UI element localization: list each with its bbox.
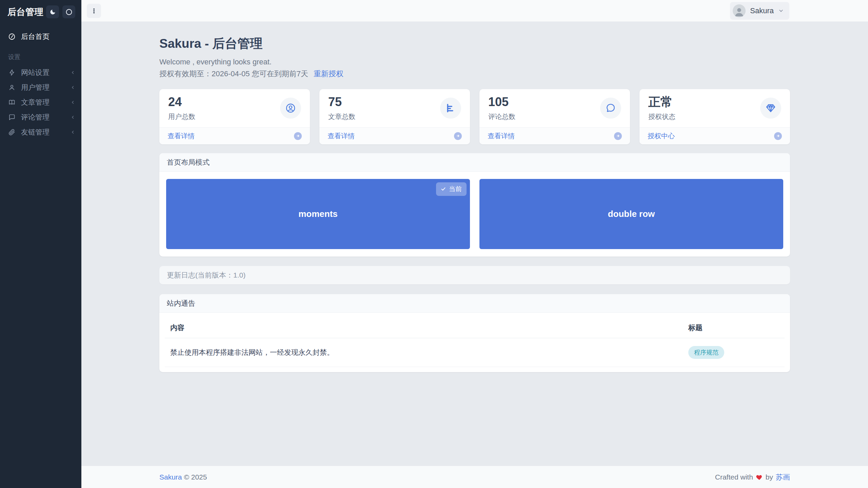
arrow-right-circle-icon[interactable] <box>774 132 782 140</box>
layout-option-label: moments <box>298 209 338 219</box>
notice-tag-badge: 程序规范 <box>688 346 724 359</box>
stat-body: 24 用户总数 <box>159 89 310 127</box>
stat-card-articles: 75 文章总数 查看详情 <box>319 89 470 144</box>
chevron-left-icon <box>71 130 75 135</box>
main-column: Sakura Sakura - 后台管理 Welcome , everythin… <box>81 0 868 488</box>
license-text: 授权有效期至：2026-04-05 您可在到期前7天 <box>159 69 308 78</box>
dashboard-compass-icon <box>8 33 16 40</box>
stat-label: 用户总数 <box>168 112 195 121</box>
layout-mode-body: 当前 moments double row <box>159 172 790 257</box>
chevron-left-icon <box>71 100 75 105</box>
notice-title-cell: 程序规范 <box>683 338 785 367</box>
column-header-content: 内容 <box>165 315 683 338</box>
notice-title: 站内通告 <box>159 294 790 313</box>
welcome-text: Welcome , everything looks great. <box>159 58 790 66</box>
layout-option-label: double row <box>608 209 655 219</box>
app-title: 后台管理 <box>7 6 43 18</box>
stat-value: 75 <box>328 95 355 109</box>
footer: Sakura © 2025 Crafted with by 苏画 <box>81 466 868 488</box>
layout-mode-card: 首页布局模式 当前 moments double row <box>159 153 790 257</box>
stat-icon-chip <box>280 98 301 119</box>
stat-body: 75 文章总数 <box>319 89 470 127</box>
stat-footer: 查看详情 <box>319 127 470 144</box>
vertical-ellipsis-icon <box>91 7 97 15</box>
sidebar-header: 后台管理 <box>0 0 81 23</box>
sidebar-section-label: 设置 <box>8 53 81 61</box>
view-details-link[interactable]: 查看详情 <box>328 131 355 141</box>
sidebar-item-article-management[interactable]: 文章管理 <box>0 95 81 110</box>
book-icon <box>8 99 16 106</box>
footer-copyright: Sakura © 2025 <box>159 473 207 481</box>
stat-label: 评论总数 <box>488 112 515 121</box>
sidebar-item-comment-management[interactable]: 评论管理 <box>0 110 81 125</box>
gem-icon <box>765 103 776 114</box>
view-details-link[interactable]: 查看详情 <box>167 131 195 141</box>
sidebar-item-label: 评论管理 <box>21 113 50 122</box>
stats-row: 24 用户总数 查看详情 <box>159 89 790 144</box>
check-icon <box>441 186 446 191</box>
menu-toggle-button[interactable] <box>87 4 101 18</box>
stat-value: 24 <box>168 95 195 109</box>
sidebar-item-user-management[interactable]: 用户管理 <box>0 80 81 95</box>
notice-body: 内容 标题 禁止使用本程序搭建非法网站，一经发现永久封禁。 程序规范 <box>159 313 790 372</box>
notice-table: 内容 标题 禁止使用本程序搭建非法网站，一经发现永久封禁。 程序规范 <box>165 315 785 367</box>
stat-card-license: 正常 授权状态 授权中心 <box>639 89 790 144</box>
stat-value: 正常 <box>648 95 675 109</box>
sidebar-item-friend-links[interactable]: 友链管理 <box>0 125 81 140</box>
footer-brand-link[interactable]: Sakura <box>159 473 182 481</box>
person-silhouette-icon <box>733 6 745 17</box>
dark-mode-toggle-button[interactable] <box>46 5 59 18</box>
stat-card-users: 24 用户总数 查看详情 <box>159 89 310 144</box>
arrow-right-circle-icon[interactable] <box>294 132 302 140</box>
user-circle-icon <box>285 103 296 114</box>
license-center-link[interactable]: 授权中心 <box>648 131 675 141</box>
sidebar-actions <box>46 5 75 18</box>
arrow-right-circle-icon[interactable] <box>454 132 462 140</box>
footer-credit: Crafted with by 苏画 <box>715 472 790 482</box>
topbar: Sakura <box>81 0 868 22</box>
chevron-down-icon <box>778 8 784 14</box>
renew-license-link[interactable]: 重新授权 <box>314 69 343 78</box>
notice-content-cell: 禁止使用本程序搭建非法网站，一经发现永久封禁。 <box>165 338 683 367</box>
sidebar-item-label: 文章管理 <box>21 98 50 107</box>
sidebar-item-home[interactable]: 后台首页 <box>0 29 81 44</box>
comment-bubble-icon <box>605 103 616 114</box>
stat-card-comments: 105 评论总数 查看详情 <box>479 89 630 144</box>
chevron-left-icon <box>71 85 75 90</box>
stat-label: 授权状态 <box>648 112 675 121</box>
license-line: 授权有效期至：2026-04-05 您可在到期前7天 重新授权 <box>159 69 790 79</box>
sidebar-nav: 后台首页 设置 网站设置 用户管理 文章管理 评论管理 友链管理 <box>0 23 81 140</box>
table-row: 禁止使用本程序搭建非法网站，一经发现永久封禁。 程序规范 <box>165 338 785 367</box>
chevron-left-icon <box>71 115 75 120</box>
author-link[interactable]: 苏画 <box>776 472 790 482</box>
view-details-link[interactable]: 查看详情 <box>488 131 515 141</box>
notice-card: 站内通告 内容 标题 禁止使用本程序搭建非法网站，一经发现永久封禁。 <box>159 294 790 372</box>
bar-chart-icon <box>445 103 456 114</box>
sidebar-item-label: 友链管理 <box>21 127 50 137</box>
user-icon <box>8 84 16 91</box>
changelog-label: 更新日志(当前版本：1.0) <box>167 271 245 279</box>
sidebar-item-site-settings[interactable]: 网站设置 <box>0 65 81 80</box>
stat-label: 文章总数 <box>328 112 355 121</box>
avatar <box>733 4 746 17</box>
layout-mode-title: 首页布局模式 <box>159 153 790 172</box>
comment-icon <box>8 114 16 121</box>
footer-copyright-text: © 2025 <box>184 473 207 481</box>
arrow-right-circle-icon[interactable] <box>614 132 622 140</box>
moon-icon <box>50 9 56 15</box>
stat-icon-chip <box>600 98 621 119</box>
changelog-header[interactable]: 更新日志(当前版本：1.0) <box>159 266 790 284</box>
circle-icon <box>65 8 73 16</box>
stat-footer: 查看详情 <box>479 127 630 144</box>
layout-option-double-row[interactable]: double row <box>479 179 783 249</box>
current-badge-label: 当前 <box>449 185 462 194</box>
stat-body: 正常 授权状态 <box>639 89 790 127</box>
table-header-row: 内容 标题 <box>165 315 785 338</box>
layout-option-moments[interactable]: 当前 moments <box>166 179 470 249</box>
user-name: Sakura <box>750 6 774 15</box>
user-menu-button[interactable]: Sakura <box>730 2 789 20</box>
theme-circle-button[interactable] <box>62 5 75 18</box>
sidebar-item-label: 后台首页 <box>21 32 50 41</box>
stat-icon-chip <box>760 98 781 119</box>
stat-body: 105 评论总数 <box>479 89 630 127</box>
